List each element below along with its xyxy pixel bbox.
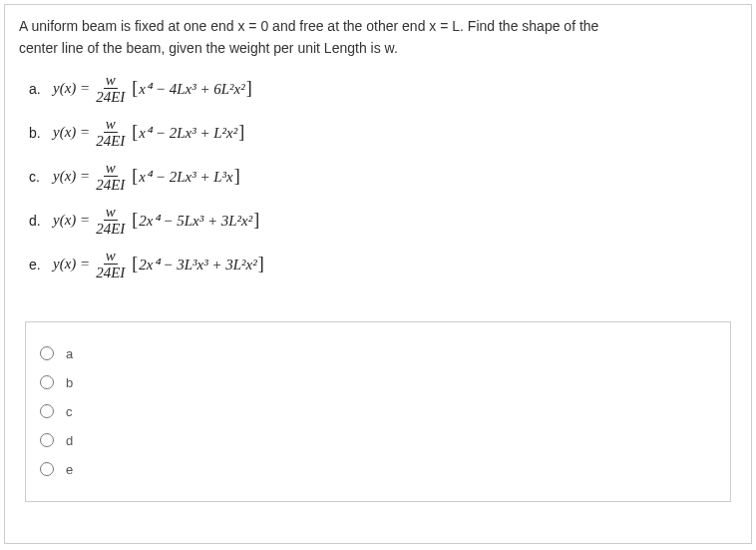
option-b: b. y(x) = w 24EI [ x⁴ − 2Lx³ + L²x² ]: [29, 116, 737, 150]
answer-row-e[interactable]: e: [40, 462, 716, 477]
radio-label-b: b: [66, 375, 73, 390]
option-letter: c.: [29, 169, 53, 185]
formula-d: y(x) = w 24EI [ 2x⁴ − 5Lx³ + 3L²x² ]: [53, 204, 260, 238]
radio-b[interactable]: [40, 375, 54, 389]
option-d: d. y(x) = w 24EI [ 2x⁴ − 5Lx³ + 3L²x² ]: [29, 204, 737, 238]
formula-a: y(x) = w 24EI [ x⁴ − 4Lx³ + 6L²x² ]: [53, 72, 253, 106]
option-a: a. y(x) = w 24EI [ x⁴ − 4Lx³ + 6L²x² ]: [29, 72, 737, 106]
option-c: c. y(x) = w 24EI [ x⁴ − 2Lx³ + L³x ]: [29, 160, 737, 194]
fraction: w 24EI: [94, 116, 127, 150]
question-container: A uniform beam is fixed at one end x = 0…: [4, 4, 752, 544]
question-text: A uniform beam is fixed at one end x = 0…: [19, 15, 737, 60]
radio-c[interactable]: [40, 404, 54, 418]
answer-row-b[interactable]: b: [40, 375, 716, 390]
answer-row-a[interactable]: a: [40, 346, 716, 361]
option-letter: e.: [29, 257, 53, 273]
option-letter: a.: [29, 81, 53, 97]
fraction: w 24EI: [94, 204, 127, 238]
formula-e: y(x) = w 24EI [ 2x⁴ − 3L³x³ + 3L²x² ]: [53, 248, 265, 281]
bracket-open: [: [132, 78, 138, 99]
formula-c: y(x) = w 24EI [ x⁴ − 2Lx³ + L³x ]: [53, 160, 241, 194]
answer-row-c[interactable]: c: [40, 404, 716, 419]
radio-d[interactable]: [40, 433, 54, 447]
question-line1: A uniform beam is fixed at one end x = 0…: [19, 18, 598, 34]
option-letter: b.: [29, 125, 53, 141]
bracket-close: ]: [246, 78, 252, 99]
radio-label-a: a: [66, 346, 73, 361]
radio-label-c: c: [66, 404, 73, 419]
fraction: w 24EI: [94, 72, 127, 106]
option-letter: d.: [29, 213, 53, 229]
radio-e[interactable]: [40, 462, 54, 476]
answer-row-d[interactable]: d: [40, 433, 716, 448]
radio-label-e: e: [66, 462, 73, 477]
fraction: w 24EI: [94, 160, 127, 194]
radio-a[interactable]: [40, 346, 54, 360]
question-line2: center line of the beam, given the weigh…: [19, 40, 398, 56]
formula-b: y(x) = w 24EI [ x⁴ − 2Lx³ + L²x² ]: [53, 116, 245, 150]
fraction: w 24EI: [94, 248, 127, 281]
radio-label-d: d: [66, 433, 73, 448]
option-e: e. y(x) = w 24EI [ 2x⁴ − 3L³x³ + 3L²x² ]: [29, 248, 737, 281]
answer-section: a b c d e: [25, 321, 731, 502]
